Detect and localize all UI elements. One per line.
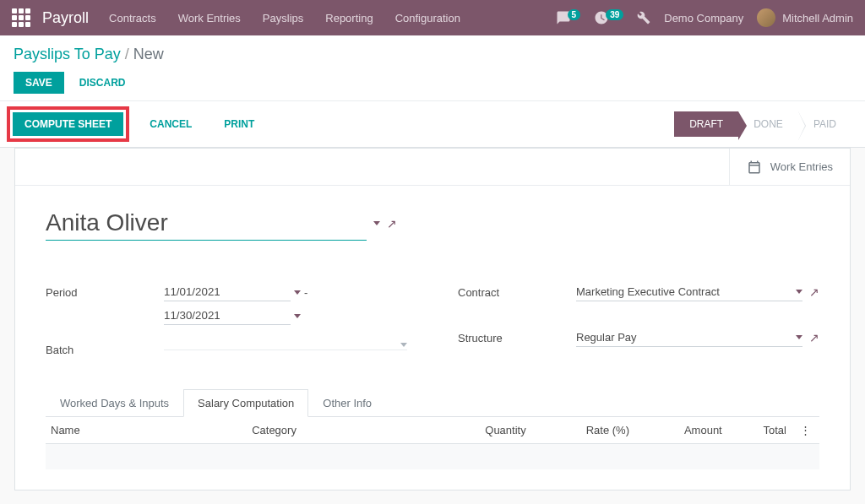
- breadcrumb-current: New: [133, 46, 164, 62]
- app-brand[interactable]: Payroll: [42, 9, 89, 27]
- col-quantity: Quantity: [432, 417, 531, 444]
- user-menu[interactable]: Mitchell Admin: [757, 8, 853, 27]
- tab-other-info[interactable]: Other Info: [308, 389, 386, 417]
- action-links: CANCEL PRINT: [138, 113, 266, 135]
- form-col-right: Contract Marketing Executive Contract ↗ …: [458, 283, 819, 371]
- form-body: ↗ Period -: [15, 186, 850, 490]
- nav-configuration[interactable]: Configuration: [395, 12, 460, 24]
- contract-row: Contract Marketing Executive Contract ↗: [458, 283, 819, 301]
- save-button[interactable]: SAVE: [14, 72, 64, 94]
- navbar: Payroll Contracts Work Entries Payslips …: [0, 0, 865, 35]
- debug-icon[interactable]: [637, 11, 650, 24]
- chevron-down-icon[interactable]: [294, 290, 301, 295]
- messages-badge: 5: [568, 9, 581, 20]
- external-link-icon[interactable]: ↗: [809, 285, 819, 299]
- user-name: Mitchell Admin: [782, 12, 853, 24]
- status-done[interactable]: DONE: [738, 111, 798, 137]
- kebab-icon[interactable]: ⋮: [797, 424, 814, 436]
- structure-select[interactable]: Regular Pay: [576, 328, 802, 347]
- chevron-down-icon[interactable]: [294, 314, 301, 318]
- activities-badge: 39: [606, 9, 623, 20]
- contract-value: Marketing Executive Contract: [576, 285, 720, 298]
- col-name: Name: [46, 417, 247, 444]
- col-category: Category: [247, 417, 432, 444]
- form-col-left: Period -: [46, 283, 407, 371]
- batch-row: Batch: [46, 340, 407, 356]
- messages-button[interactable]: 5: [556, 10, 581, 25]
- activities-button[interactable]: 39: [594, 10, 623, 25]
- external-link-icon[interactable]: ↗: [387, 217, 397, 230]
- nav-contracts[interactable]: Contracts: [109, 12, 156, 24]
- col-amount: Amount: [634, 417, 727, 444]
- period-label: Period: [46, 283, 164, 299]
- highlight-annotation: COMPUTE SHEET: [7, 106, 129, 142]
- control-panel: Payslips To Pay / New SAVE DISCARD: [0, 35, 865, 100]
- period-row: Period -: [46, 283, 407, 325]
- title-field: ↗: [46, 206, 819, 241]
- chevron-down-icon: [796, 290, 802, 294]
- batch-label: Batch: [46, 340, 164, 356]
- form-sheet-bg: Work Entries ↗ Period: [0, 148, 865, 504]
- batch-select[interactable]: [164, 340, 407, 350]
- control-buttons: SAVE DISCARD: [14, 72, 851, 94]
- calendar-icon: [747, 160, 762, 175]
- action-bar: COMPUTE SHEET CANCEL PRINT DRAFT DONE PA…: [0, 100, 865, 148]
- status-bar: DRAFT DONE PAID: [674, 111, 851, 137]
- tabs: Worked Days & Inputs Salary Computation …: [46, 388, 819, 417]
- cancel-button[interactable]: CANCEL: [138, 113, 204, 135]
- company-selector[interactable]: Demo Company: [664, 12, 743, 24]
- breadcrumb-sep: /: [125, 46, 133, 62]
- discard-button[interactable]: DISCARD: [68, 72, 138, 94]
- nav-payslips[interactable]: Payslips: [263, 12, 303, 24]
- chevron-down-icon: [796, 335, 802, 339]
- table-empty-row: [46, 444, 819, 469]
- avatar: [757, 8, 775, 27]
- nav-reporting[interactable]: Reporting: [325, 12, 373, 24]
- contract-label: Contract: [458, 283, 576, 299]
- navbar-right: 5 39 Demo Company Mitchell Admin: [556, 8, 853, 27]
- contract-select[interactable]: Marketing Executive Contract: [576, 283, 802, 301]
- chevron-down-icon[interactable]: [373, 221, 380, 225]
- period-separator: -: [304, 286, 307, 299]
- table-header-row: Name Category Quantity Rate (%) Amount T…: [46, 417, 819, 444]
- tab-worked-days[interactable]: Worked Days & Inputs: [46, 389, 183, 417]
- chevron-down-icon: [400, 343, 407, 347]
- status-draft[interactable]: DRAFT: [674, 111, 738, 137]
- col-rate: Rate (%): [531, 417, 634, 444]
- button-box: Work Entries: [15, 149, 850, 186]
- period-to-input[interactable]: [164, 306, 291, 325]
- period-from-input[interactable]: [164, 283, 291, 301]
- navbar-menu: Contracts Work Entries Payslips Reportin…: [109, 12, 556, 24]
- structure-label: Structure: [458, 328, 576, 344]
- form-columns: Period -: [46, 283, 819, 371]
- status-paid[interactable]: PAID: [798, 111, 851, 137]
- structure-row: Structure Regular Pay ↗: [458, 328, 819, 347]
- work-entries-label: Work Entries: [770, 160, 833, 173]
- structure-value: Regular Pay: [576, 331, 637, 344]
- nav-work-entries[interactable]: Work Entries: [178, 12, 241, 24]
- work-entries-stat-button[interactable]: Work Entries: [729, 149, 850, 185]
- employee-input[interactable]: [46, 206, 367, 241]
- salary-table: Name Category Quantity Rate (%) Amount T…: [46, 417, 819, 469]
- breadcrumb-back[interactable]: Payslips To Pay: [14, 46, 121, 62]
- external-link-icon[interactable]: ↗: [809, 331, 819, 344]
- print-button[interactable]: PRINT: [212, 113, 266, 135]
- apps-menu-icon[interactable]: [12, 8, 30, 27]
- col-total: Total: [727, 417, 792, 444]
- breadcrumb: Payslips To Pay / New: [14, 46, 851, 63]
- compute-sheet-button[interactable]: COMPUTE SHEET: [13, 112, 123, 136]
- form-sheet: Work Entries ↗ Period: [14, 148, 851, 490]
- tab-salary-computation[interactable]: Salary Computation: [183, 389, 308, 417]
